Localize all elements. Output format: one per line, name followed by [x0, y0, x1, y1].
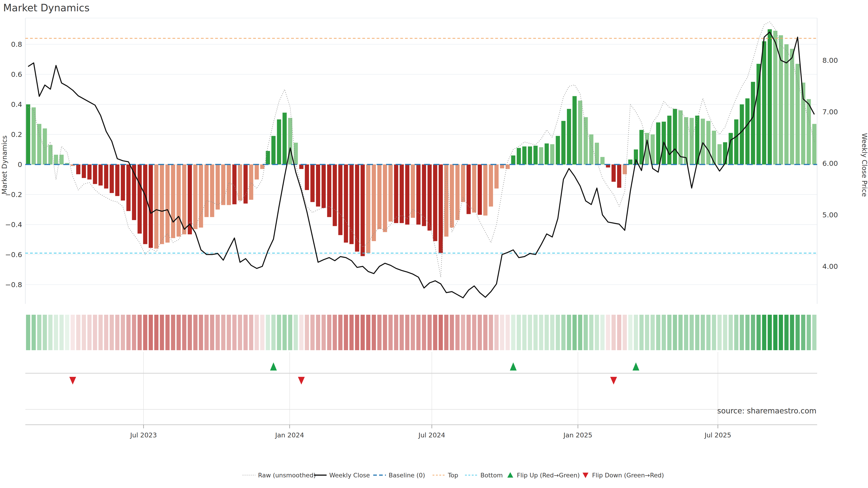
dynamics-bar	[528, 147, 532, 164]
left-tick-label: 0.2	[11, 130, 22, 138]
dynamics-bar	[628, 160, 632, 164]
heatmap-cell	[405, 315, 410, 350]
dynamics-bar	[344, 164, 348, 242]
dynamics-bar	[477, 164, 482, 215]
dynamics-bar	[567, 109, 571, 164]
dynamics-bar	[450, 164, 454, 228]
heatmap-cell	[210, 315, 214, 350]
heatmap-cell	[422, 315, 426, 350]
heatmap-cell	[188, 315, 192, 350]
heatmap-cell	[193, 315, 197, 350]
legend-label: Raw (unsmoothed)	[258, 472, 316, 479]
dynamics-bar	[389, 164, 393, 222]
heatmap-cell	[428, 315, 432, 350]
heatmap-cell	[567, 315, 571, 350]
heatmap-cell	[701, 315, 705, 350]
dynamics-bar	[327, 164, 331, 217]
dynamics-bar	[394, 164, 398, 223]
legend-label: Bottom	[480, 472, 503, 479]
heatmap-cell	[249, 315, 253, 350]
dynamics-bar	[673, 109, 677, 164]
dynamics-bar	[355, 164, 360, 252]
heatmap-cell	[344, 315, 348, 350]
heatmap-cell	[132, 315, 136, 350]
dynamics-bar	[539, 147, 544, 164]
dynamics-bar	[740, 104, 744, 164]
dynamics-bar	[177, 164, 181, 236]
dynamics-bar	[366, 164, 370, 253]
heatmap-cell	[656, 315, 660, 350]
heatmap-cell	[450, 315, 454, 350]
heatmap-cell	[377, 315, 381, 350]
flip-down-icon	[69, 377, 76, 385]
dynamics-bar	[773, 31, 778, 164]
heatmap-cell	[489, 315, 493, 350]
dynamics-bar	[796, 64, 800, 164]
heatmap-cell	[355, 315, 360, 350]
dynamics-bar	[93, 164, 97, 184]
heatmap-cell	[160, 315, 164, 350]
heatmap-cell	[288, 315, 292, 350]
flip-up-icon	[510, 362, 517, 370]
legend-label: Flip Down (Green→Red)	[592, 472, 664, 479]
dynamics-bar	[717, 144, 722, 164]
heatmap-cell	[706, 315, 711, 350]
heatmap-cell	[232, 315, 237, 350]
dynamics-bar	[545, 143, 549, 164]
heatmap-cell	[32, 315, 36, 350]
heatmap-cell	[305, 315, 309, 350]
dynamics-bar	[578, 101, 582, 164]
heatmap-cell	[416, 315, 421, 350]
dynamics-bar	[210, 164, 214, 217]
dynamics-bar	[812, 124, 816, 164]
heatmap-cell	[76, 315, 81, 350]
heatmap-cell	[272, 315, 276, 350]
dynamics-bar	[433, 164, 437, 241]
heatmap-cell	[260, 315, 265, 350]
dynamics-bar	[243, 164, 248, 203]
heatmap-cell	[673, 315, 677, 350]
dynamics-bar	[293, 143, 298, 164]
heatmap-cell	[444, 315, 448, 350]
heatmap-cell	[545, 315, 549, 350]
heatmap-cell	[310, 315, 315, 350]
left-tick-label: 0.6	[11, 70, 22, 78]
dynamics-bar	[383, 164, 387, 232]
dynamics-bar	[656, 123, 660, 164]
dynamics-bar	[349, 164, 354, 244]
heatmap-cell	[372, 315, 376, 350]
dynamics-bar	[54, 155, 58, 164]
heatmap-cell	[606, 315, 610, 350]
heatmap-cell	[383, 315, 387, 350]
left-tick-label: 0.4	[11, 100, 22, 108]
dynamics-bar	[640, 130, 644, 164]
heatmap-cell	[411, 315, 415, 350]
heatmap-cell	[227, 315, 231, 350]
dynamics-bar	[216, 164, 220, 210]
heatmap-cell	[26, 315, 30, 350]
x-tick-label: Jul 2024	[418, 431, 445, 439]
heatmap-cell	[812, 315, 816, 350]
heatmap-cell	[768, 315, 772, 350]
dynamics-bar	[734, 120, 739, 165]
heatmap-cell	[266, 315, 270, 350]
dynamics-bar	[377, 164, 381, 229]
dynamics-bar	[667, 116, 672, 164]
heatmap-cell	[717, 315, 722, 350]
dynamics-bar	[238, 164, 242, 201]
right-tick-label: 5.00	[822, 211, 838, 219]
heatmap-cell	[556, 315, 560, 350]
dynamics-bar	[204, 164, 209, 217]
dynamics-bar	[533, 146, 538, 164]
source-note: source: sharemaestro.com	[717, 406, 816, 415]
legend-label: Weekly Close	[329, 472, 370, 479]
heatmap-cell	[361, 315, 365, 350]
heatmap-cell	[494, 315, 499, 350]
heatmap-cell	[522, 315, 527, 350]
dynamics-bar	[428, 164, 432, 231]
dynamics-bar	[690, 118, 694, 164]
heatmap-cell	[82, 315, 86, 350]
heatmap-cell	[612, 315, 616, 350]
legend-label: Baseline (0)	[389, 472, 425, 479]
x-tick-label: Jan 2025	[563, 431, 592, 439]
